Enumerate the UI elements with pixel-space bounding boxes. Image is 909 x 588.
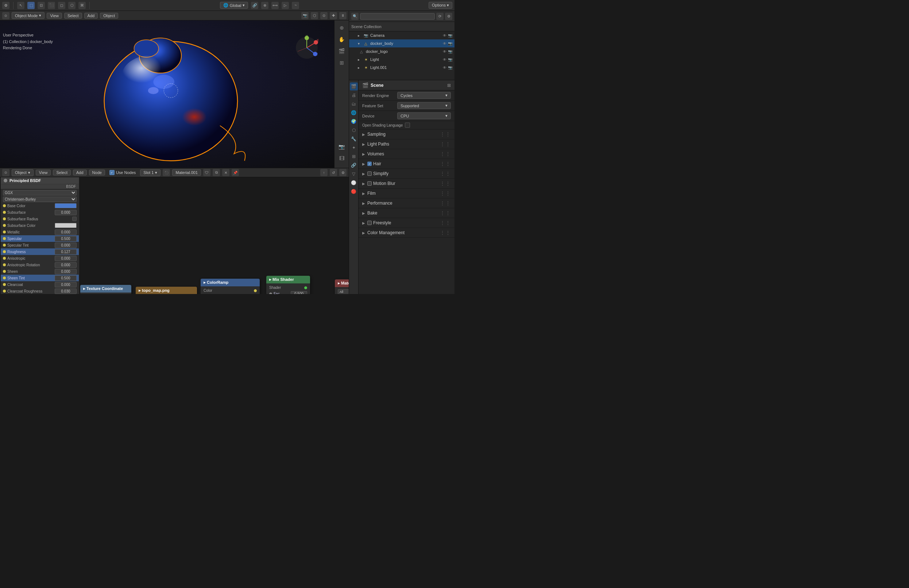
performance-header[interactable]: ▶ Performance ⋮⋮ bbox=[358, 199, 454, 208]
freestyle-checkbox[interactable] bbox=[367, 221, 372, 225]
freestyle-header[interactable]: ▶ Freestyle ⋮⋮ bbox=[358, 218, 454, 228]
node-canvas[interactable]: Principled BSDF BSDF GGX Christensen-Bur… bbox=[0, 177, 349, 294]
prop-tab-modifier[interactable]: 🔧 bbox=[350, 135, 358, 143]
extra-tool-4-icon[interactable]: ⌘ bbox=[78, 2, 86, 9]
pan-icon[interactable]: ✋ bbox=[337, 34, 347, 45]
ne-add-btn[interactable]: Add bbox=[73, 170, 87, 176]
docker-logo-visibility-icon[interactable]: 👁 bbox=[443, 50, 446, 53]
anisotropic-input[interactable]: 0.000 bbox=[55, 256, 77, 261]
object-btn[interactable]: Object bbox=[100, 13, 118, 19]
options-dropdown[interactable]: Options ▾ bbox=[429, 2, 452, 9]
ne-up-icon[interactable]: ↑ bbox=[320, 169, 328, 176]
ne-object-dropdown[interactable]: Object ▾ bbox=[12, 169, 34, 176]
volumes-header[interactable]: ▶ Volumes ⋮⋮ bbox=[358, 149, 454, 159]
ms-fac-input[interactable]: 0.500 bbox=[291, 291, 307, 294]
navigation-gizmo[interactable]: X Y Z bbox=[294, 35, 320, 61]
snap-icon[interactable]: 🔗 bbox=[251, 2, 258, 9]
anisotropic-rotation-input[interactable]: 0.000 bbox=[55, 262, 77, 268]
close-material-icon[interactable]: ✕ bbox=[222, 169, 229, 176]
base-color-swatch[interactable] bbox=[55, 203, 77, 208]
viewport-pause-icon[interactable]: ⏸ bbox=[339, 12, 347, 19]
ne-view-btn[interactable]: View bbox=[36, 170, 51, 176]
shield-icon[interactable]: 🛡 bbox=[203, 169, 210, 176]
extra-tool-3-icon[interactable]: ⬡ bbox=[68, 2, 76, 9]
render-icon-side[interactable]: 🎞 bbox=[337, 153, 347, 163]
prop-tab-constraints[interactable]: 🔗 bbox=[350, 161, 358, 169]
camera-render-icon[interactable]: 📷 bbox=[448, 34, 452, 37]
topo-map-node-header[interactable]: ▸ topo_map.png bbox=[136, 287, 197, 294]
viewport-shading-icon[interactable]: ⬡ bbox=[311, 12, 318, 19]
mo-target-select[interactable]: All bbox=[338, 289, 349, 294]
copy-icon[interactable]: ⧉ bbox=[213, 169, 220, 176]
motion-blur-header[interactable]: ▶ Motion Blur ⋮⋮ bbox=[358, 179, 454, 188]
outliner-filter-icon[interactable]: 🔍 bbox=[351, 13, 358, 20]
color-ramp-node-header[interactable]: ▸ ColorRamp bbox=[201, 279, 260, 286]
viewport-gizmo-icon[interactable]: ✚ bbox=[330, 12, 337, 19]
ne-history-icon[interactable]: ↺ bbox=[330, 169, 337, 176]
select-tool-icon[interactable]: ⬚ bbox=[27, 2, 35, 9]
device-dropdown[interactable]: CPU ▾ bbox=[397, 112, 451, 119]
use-nodes-checkbox[interactable]: ✓ bbox=[110, 170, 115, 175]
bsdf-collapse-dot[interactable] bbox=[4, 179, 7, 183]
outliner-settings-icon[interactable]: ⚙ bbox=[445, 13, 452, 20]
sheen-input[interactable]: 0.000 bbox=[55, 269, 77, 274]
extra-tool-2-icon[interactable]: ◻ bbox=[58, 2, 65, 9]
subsurface-color-swatch[interactable] bbox=[55, 223, 77, 228]
mirror-icon[interactable]: ⟺ bbox=[271, 2, 279, 9]
prop-tab-output[interactable]: 🖨 bbox=[350, 91, 358, 99]
subsurface-radius-expand[interactable] bbox=[72, 216, 77, 221]
object-mode-dropdown[interactable]: Object Mode ▾ bbox=[12, 12, 45, 19]
outliner-search[interactable] bbox=[360, 13, 435, 20]
specular-tint-input[interactable]: 0.000 bbox=[55, 242, 77, 248]
view-icon-side[interactable]: 👁 bbox=[337, 165, 347, 168]
prop-tab-scene[interactable]: 🌐 bbox=[350, 109, 358, 117]
metallic-input[interactable]: 0.000 bbox=[55, 229, 77, 235]
view-btn[interactable]: View bbox=[47, 13, 62, 19]
docker-body-visibility-icon[interactable]: 👁 bbox=[443, 42, 446, 45]
hair-header[interactable]: ▶ ✓ Hair ⋮⋮ bbox=[358, 159, 454, 168]
film-header[interactable]: ▶ Film ⋮⋮ bbox=[358, 189, 454, 198]
layers-icon[interactable]: ⊞ bbox=[337, 58, 347, 68]
prop-edit-icon[interactable]: ⊕ bbox=[261, 2, 268, 9]
viewport-3d[interactable]: User Perspective (1) Collection | docker… bbox=[0, 20, 349, 168]
camera-visibility-icon[interactable]: 👁 bbox=[443, 34, 446, 37]
select-btn[interactable]: Select bbox=[64, 13, 82, 19]
orbit-icon[interactable]: 🎬 bbox=[337, 46, 347, 56]
camera-view-icon[interactable]: 📷 bbox=[337, 142, 347, 152]
viewport-overlay-icon[interactable]: ⊙ bbox=[320, 12, 328, 19]
hair-checkbox[interactable]: ✓ bbox=[367, 162, 372, 166]
subsurface-select[interactable]: Christensen-Burley bbox=[3, 197, 77, 202]
extra-tool-1-icon[interactable]: ⬛ bbox=[48, 2, 55, 9]
subsurface-input[interactable]: 0.000 bbox=[55, 210, 77, 215]
light001-visibility-icon[interactable]: 👁 bbox=[443, 66, 446, 69]
wave-icon[interactable]: ~ bbox=[292, 2, 299, 9]
osl-checkbox[interactable] bbox=[405, 123, 410, 128]
docker-body-render-icon[interactable]: 📷 bbox=[448, 42, 452, 45]
render-engine-dropdown[interactable]: Cycles ▾ bbox=[397, 92, 451, 99]
ne-node-btn[interactable]: Node bbox=[89, 170, 105, 176]
prop-tab-particles[interactable]: ✦ bbox=[350, 144, 358, 152]
zoom-to-fit-icon[interactable]: ⊕ bbox=[337, 23, 347, 33]
viewport-mode-icon[interactable]: ⊙ bbox=[2, 12, 10, 19]
clearcoat-input[interactable]: 0.000 bbox=[55, 282, 77, 288]
prop-panel-expand-icon[interactable]: ⊠ bbox=[447, 83, 451, 88]
distribution-select[interactable]: GGX bbox=[3, 190, 77, 195]
sampling-header[interactable]: ▶ Sampling ⋮⋮ bbox=[358, 129, 454, 139]
outliner-item-camera[interactable]: ▸ 📷 Camera 👁 📷 bbox=[349, 31, 454, 39]
prop-tab-physics[interactable]: ⊞ bbox=[350, 152, 358, 160]
material-output-node-header[interactable]: ▸ Material Output bbox=[335, 279, 349, 287]
feature-set-dropdown[interactable]: Supported ▾ bbox=[397, 102, 451, 109]
blender-logo-icon[interactable]: ✿ bbox=[2, 2, 10, 9]
docker-logo-render-icon[interactable]: 📷 bbox=[448, 50, 452, 53]
mix-shader-node-header[interactable]: ▸ Mix Shader bbox=[266, 276, 310, 283]
outliner-item-docker-logo[interactable]: △ docker_logo 👁 📷 bbox=[349, 47, 454, 55]
light-render-icon[interactable]: 📷 bbox=[448, 58, 452, 61]
sheen-tint-input[interactable]: 0.500 bbox=[55, 275, 77, 281]
outliner-item-light[interactable]: ▸ ☀ Light 👁 📷 bbox=[349, 55, 454, 63]
prop-tab-view-layer[interactable]: 🗂 bbox=[350, 100, 358, 108]
roughness-input[interactable]: 0.127 bbox=[55, 249, 77, 255]
cursor-tool-icon[interactable]: ↖ bbox=[17, 2, 24, 9]
prop-tab-shading[interactable]: 🔴 bbox=[350, 187, 358, 195]
motion-blur-checkbox[interactable] bbox=[367, 181, 372, 186]
prop-tab-object[interactable]: ⬡ bbox=[350, 126, 358, 134]
